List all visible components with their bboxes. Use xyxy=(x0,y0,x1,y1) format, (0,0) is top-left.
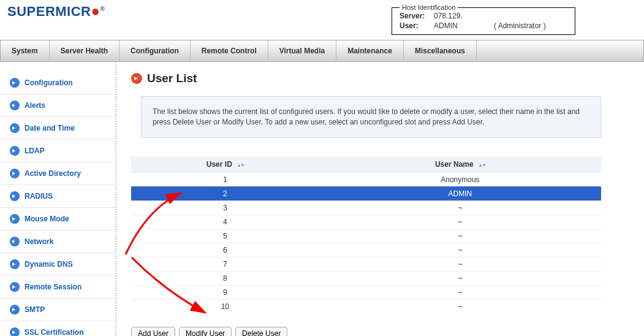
arrow-icon xyxy=(10,123,20,133)
server-label: Server: xyxy=(400,12,429,20)
page-title: User List xyxy=(147,72,197,85)
arrow-icon xyxy=(10,305,20,315)
user-label: User: xyxy=(400,21,429,30)
server-value: 078.129. xyxy=(434,12,489,20)
table-row[interactable]: 4~ xyxy=(131,215,601,229)
arrow-icon xyxy=(10,101,20,110)
sidebar-item-configuration[interactable]: Configuration xyxy=(0,72,115,94)
col-header-label: User ID xyxy=(206,160,232,169)
table-row[interactable]: 8~ xyxy=(131,271,601,285)
nav-system[interactable]: System xyxy=(1,40,50,61)
arrow-icon xyxy=(10,146,20,156)
sidebar-item-ssl-cert[interactable]: SSL Certification xyxy=(0,321,115,336)
user-role: ( Administrator ) xyxy=(494,21,546,30)
table-row[interactable]: 2ADMIN xyxy=(131,186,601,200)
sidebar-item-label: Active Directory xyxy=(25,169,81,178)
table-row[interactable]: 7~ xyxy=(131,257,601,271)
cell-username: ADMIN xyxy=(319,186,601,200)
arrow-icon xyxy=(10,327,20,336)
nav-miscellaneous[interactable]: Miscellaneous xyxy=(404,40,477,61)
table-row[interactable]: 6~ xyxy=(131,243,601,257)
sidebar-item-smtp[interactable]: SMTP xyxy=(0,299,115,321)
cell-username: ~ xyxy=(319,243,601,257)
sidebar-item-active-directory[interactable]: Active Directory xyxy=(0,162,115,185)
nav-configuration[interactable]: Configuration xyxy=(119,40,191,61)
sidebar-item-label: Remote Session xyxy=(25,283,81,291)
table-row[interactable]: 1Anonymous xyxy=(131,172,601,186)
sidebar-item-radius[interactable]: RADIUS xyxy=(0,185,115,208)
arrow-right-icon xyxy=(131,73,142,84)
sidebar-item-label: Date and Time xyxy=(25,124,75,132)
arrow-icon xyxy=(10,78,20,88)
top-navigation: System Server Health Configuration Remot… xyxy=(0,40,644,62)
cell-userid: 8 xyxy=(131,271,319,285)
sidebar-item-label: Network xyxy=(25,237,53,246)
col-header-label: User Name xyxy=(435,160,474,169)
sidebar-item-label: LDAP xyxy=(25,147,45,155)
cell-username: ~ xyxy=(319,215,601,229)
arrow-icon xyxy=(10,169,20,178)
nav-maintenance[interactable]: Maintenance xyxy=(336,40,404,61)
col-header-userid[interactable]: User ID ▲▼ xyxy=(131,156,319,173)
sidebar-item-label: Alerts xyxy=(25,101,45,110)
table-row[interactable]: 10~ xyxy=(131,299,601,313)
cell-userid: 5 xyxy=(131,229,319,243)
cell-username: ~ xyxy=(319,257,601,271)
table-row[interactable]: 3~ xyxy=(131,200,601,215)
nav-virtual-media[interactable]: Virtual Media xyxy=(268,40,336,61)
cell-username: ~ xyxy=(319,299,601,313)
sidebar: Configuration Alerts Date and Time LDAP … xyxy=(0,62,116,336)
cell-userid: 1 xyxy=(131,172,319,186)
table-row[interactable]: 5~ xyxy=(131,229,601,243)
sidebar-item-alerts[interactable]: Alerts xyxy=(0,94,115,117)
nav-server-health[interactable]: Server Health xyxy=(50,40,119,61)
sidebar-item-label: SSL Certification xyxy=(25,328,83,336)
info-box: The list below shows the current list of… xyxy=(141,96,601,138)
sidebar-item-ldap[interactable]: LDAP xyxy=(0,140,115,162)
cell-userid: 7 xyxy=(131,257,319,271)
cell-username: ~ xyxy=(319,285,601,299)
cell-userid: 10 xyxy=(131,299,319,313)
cell-username: ~ xyxy=(319,229,601,243)
arrow-icon xyxy=(10,237,20,246)
cell-username: ~ xyxy=(319,200,601,215)
sort-icon: ▲▼ xyxy=(478,162,485,168)
cell-username: Anonymous xyxy=(319,172,601,186)
table-row[interactable]: 9~ xyxy=(131,285,601,299)
nav-remote-control[interactable]: Remote Control xyxy=(191,40,268,61)
arrow-icon xyxy=(10,259,20,269)
modify-user-button[interactable]: Modify User xyxy=(179,327,232,336)
brand-logo: SUPERMICR●® xyxy=(7,4,105,20)
sidebar-item-network[interactable]: Network xyxy=(0,231,115,253)
col-header-username[interactable]: User Name ▲▼ xyxy=(319,156,601,173)
host-ident-legend: Host Identification xyxy=(400,4,458,11)
sidebar-item-label: Configuration xyxy=(25,78,73,87)
cell-userid: 6 xyxy=(131,243,319,257)
sidebar-item-mouse-mode[interactable]: Mouse Mode xyxy=(0,208,115,231)
sidebar-item-label: Dynamic DNS xyxy=(25,260,73,269)
sort-icon: ▲▼ xyxy=(237,162,244,168)
sidebar-item-label: Mouse Mode xyxy=(25,215,69,223)
sidebar-item-date-time[interactable]: Date and Time xyxy=(0,117,115,140)
cell-userid: 3 xyxy=(131,200,319,215)
sidebar-item-label: RADIUS xyxy=(25,192,53,200)
sidebar-item-label: SMTP xyxy=(25,305,45,314)
arrow-icon xyxy=(10,282,20,292)
brand-text: SUPERMICR xyxy=(7,4,91,19)
cell-userid: 2 xyxy=(131,186,319,200)
add-user-button[interactable]: Add User xyxy=(131,327,175,336)
sidebar-item-dynamic-dns[interactable]: Dynamic DNS xyxy=(0,253,115,276)
delete-user-button[interactable]: Delete User xyxy=(235,327,287,336)
arrow-icon xyxy=(10,191,20,201)
user-table: User ID ▲▼ User Name ▲▼ 1Anonymous2ADMIN… xyxy=(131,156,601,313)
sidebar-item-remote-session[interactable]: Remote Session xyxy=(0,276,115,299)
cell-userid: 9 xyxy=(131,285,319,299)
host-identification-box: Host Identification Server: 078.129. Use… xyxy=(392,4,575,35)
cell-userid: 4 xyxy=(131,215,319,229)
arrow-icon xyxy=(10,214,20,224)
cell-username: ~ xyxy=(319,271,601,285)
user-value: ADMIN xyxy=(434,21,489,30)
